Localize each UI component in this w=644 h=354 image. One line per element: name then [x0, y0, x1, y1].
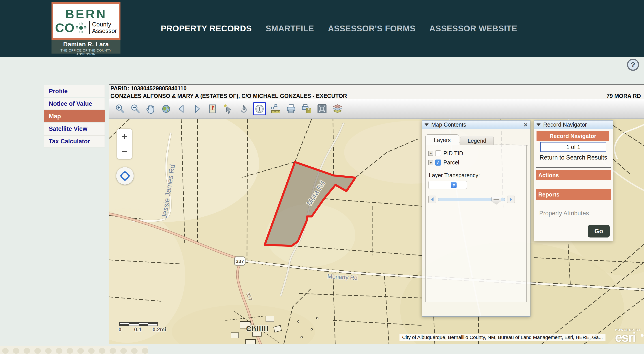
nav-property-records[interactable]: PROPERTY RECORDS: [161, 24, 252, 33]
town-label-chilili: Chilili: [246, 325, 269, 333]
nav-assessors-forms[interactable]: ASSESSOR'S FORMS: [328, 24, 416, 33]
zoom-in-tool-button[interactable]: [114, 103, 126, 115]
pid-tid-checkbox[interactable]: [435, 150, 441, 156]
right-arrow-icon: [510, 197, 512, 201]
map-contents-header[interactable]: Map Contents ×: [422, 121, 530, 129]
forward-arrow-icon: [192, 104, 202, 114]
next-extent-tool-button[interactable]: [191, 103, 203, 115]
actions-section-header[interactable]: Actions: [536, 170, 611, 180]
property-attributes-link[interactable]: Property Attributes: [539, 210, 613, 217]
crosshair-icon: [119, 170, 130, 181]
left-arrow-icon: [431, 197, 434, 201]
parid-line: PARID: 103804529805840110: [109, 85, 644, 92]
print-icon: [286, 104, 296, 114]
scale-label-end: 0.2mi: [152, 326, 166, 333]
scale-label-start: 0: [118, 326, 121, 333]
logo-officer-plate: Damian R. Lara THE OFFICE OF THE COUNTY …: [52, 40, 120, 54]
nav-assessor-website[interactable]: ASSESSOR WEBSITE: [429, 24, 517, 33]
bernco-logo[interactable]: BERN CO County Assessor Damian R. Lara: [52, 2, 120, 55]
parcel-checkbox[interactable]: ✓: [435, 160, 441, 166]
scale-segment: [138, 323, 148, 325]
logo-divider: [89, 21, 90, 34]
select-tool-button[interactable]: [222, 103, 234, 115]
map-zoom-control: + −: [117, 129, 132, 159]
go-button[interactable]: Go: [588, 225, 610, 237]
overview-map-tool-button[interactable]: [207, 103, 218, 115]
deselect-tool-button[interactable]: [238, 103, 249, 115]
record-navigator-title: Record Navigator: [543, 121, 587, 128]
layers-tool-button[interactable]: [332, 103, 343, 115]
sidebar: Profile Notice of Value Map Satellite Vi…: [44, 85, 105, 148]
owner-name: GONZALES ALFONSO & MARY A (ESTATES OF), …: [110, 93, 347, 99]
reports-section-header[interactable]: Reports: [536, 189, 611, 200]
select-cursor-icon: [223, 104, 233, 114]
record-navigator-header[interactable]: Record Navigator: [534, 121, 613, 129]
clear-selection-icon: [238, 104, 248, 114]
map-zoom-in-button[interactable]: +: [117, 129, 132, 144]
slider-track[interactable]: [438, 198, 505, 201]
scale-label-mid: 0.1: [134, 326, 142, 333]
globe-icon: [161, 104, 171, 114]
pan-tool-button[interactable]: [145, 103, 156, 115]
collapse-caret-icon[interactable]: [536, 123, 540, 126]
measure-icon: [270, 104, 281, 114]
logo-co-text: CO: [55, 22, 75, 34]
record-position-input[interactable]: [540, 142, 606, 152]
map-attribution: City of Albuquerque, Bernalillo County, …: [400, 334, 606, 341]
previous-extent-tool-button[interactable]: [176, 103, 188, 115]
tab-legend[interactable]: Legend: [460, 136, 494, 145]
full-screen-tool-button[interactable]: [316, 103, 328, 115]
esri-logo: POWERED BY esri: [615, 328, 641, 342]
map-contents-panel: Map Contents × Layers Legend + PID TID +…: [422, 120, 530, 316]
esri-globe-dot: [641, 334, 644, 337]
print-export-icon: [302, 104, 312, 114]
bernco-logo-mark: BERN CO County Assessor: [52, 2, 120, 40]
measure-tool-button[interactable]: [270, 103, 282, 115]
tab-layers[interactable]: Layers: [426, 134, 459, 145]
expand-icon[interactable]: +: [428, 160, 433, 165]
pan-hand-icon: [146, 104, 156, 114]
scale-bar: 0 0.1 0.2mi: [119, 322, 178, 333]
return-to-search-results-link[interactable]: Return to Search Results: [534, 154, 613, 161]
overview-map-icon: [207, 104, 218, 114]
main-nav: PROPERTY RECORDS SMARTFILE ASSESSOR'S FO…: [161, 0, 517, 57]
expand-icon[interactable]: +: [428, 151, 433, 156]
slider-increase-button[interactable]: [507, 196, 515, 203]
layers-tab-content: + PID TID + ✓ Parcel Layer Transparency:: [426, 145, 527, 302]
sidebar-item-notice-of-value[interactable]: Notice of Value: [44, 98, 105, 110]
route-337-shield: 337: [234, 257, 245, 265]
print-tool-button[interactable]: [285, 103, 297, 115]
map-toolbar: i: [109, 99, 644, 119]
map-viewport[interactable]: Jessie James Rd Mora Rd Moriarty Rd 337 …: [109, 119, 644, 344]
sidebar-item-tax-calculator[interactable]: Tax Calculator: [44, 135, 105, 147]
zoom-out-tool-button[interactable]: [130, 103, 141, 115]
full-extent-tool-button[interactable]: [160, 103, 172, 115]
scale-segment: [120, 323, 129, 325]
record-header: PARID: 103804529805840110 GONZALES ALFON…: [109, 85, 644, 100]
slider-thumb[interactable]: [492, 197, 501, 205]
map-zoom-out-button[interactable]: −: [117, 144, 132, 159]
collapse-caret-icon[interactable]: [424, 123, 428, 126]
sidebar-item-map[interactable]: Map: [44, 110, 105, 122]
transparency-layer-select[interactable]: [428, 181, 467, 189]
property-address: 79 MORA RD: [606, 93, 641, 99]
svg-text:i: i: [259, 106, 260, 113]
map-contents-title: Map Contents: [431, 121, 466, 128]
scale-segment: [129, 323, 138, 325]
logo-county-text: County: [92, 21, 117, 28]
divider: [536, 187, 611, 187]
footer-halftone-decoration: [0, 346, 148, 354]
sidebar-item-profile[interactable]: Profile: [44, 85, 105, 97]
full-screen-icon: [317, 104, 327, 114]
export-tool-button[interactable]: [301, 103, 312, 115]
nav-smartfile[interactable]: SMARTFILE: [266, 24, 314, 33]
zia-sun-icon: [75, 22, 87, 34]
map-contents-tabs: Layers Legend: [426, 134, 527, 145]
slider-decrease-button[interactable]: [428, 196, 436, 203]
close-icon[interactable]: ×: [524, 121, 528, 128]
help-icon[interactable]: ?: [627, 59, 639, 71]
identify-tool-button[interactable]: i: [253, 102, 266, 115]
locate-button[interactable]: [116, 167, 134, 185]
layer-row-parcel: + ✓ Parcel: [428, 159, 524, 166]
sidebar-item-satellite-view[interactable]: Satellite View: [44, 123, 105, 135]
